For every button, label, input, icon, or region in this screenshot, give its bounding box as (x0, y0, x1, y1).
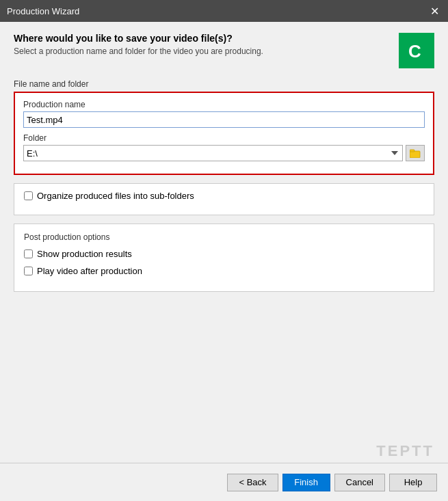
organize-section: Organize produced files into sub-folders (14, 183, 434, 215)
folder-group: Folder E:\ (23, 133, 425, 161)
help-button[interactable]: Help (389, 474, 437, 491)
back-button[interactable]: < Back (227, 474, 278, 491)
production-name-group: Production name (23, 100, 425, 128)
organize-checkbox[interactable] (24, 191, 33, 200)
close-button[interactable]: ✕ (427, 4, 441, 18)
show-results-checkbox[interactable] (24, 249, 33, 258)
browse-button[interactable] (406, 145, 425, 161)
post-production-title: Post production options (24, 232, 424, 242)
title-bar-text: Production Wizard (7, 6, 79, 16)
show-results-row: Show production results (24, 249, 424, 259)
title-bar: Production Wizard ✕ (0, 0, 448, 22)
file-section: Production name Folder E:\ (14, 92, 434, 175)
header-text: Where would you like to save your video … (14, 33, 263, 56)
folder-browse-icon (410, 148, 421, 158)
organize-checkbox-row: Organize produced files into sub-folders (24, 191, 424, 201)
folder-label: Folder (23, 133, 425, 143)
camtasia-logo: C (399, 33, 434, 68)
header-question: Where would you like to save your video … (14, 33, 263, 44)
header-section: Where would you like to save your video … (14, 33, 434, 68)
play-video-row: Play video after production (24, 266, 424, 276)
header-description: Select a production name and folder for … (14, 46, 263, 56)
svg-rect-2 (410, 151, 420, 158)
organize-label[interactable]: Organize produced files into sub-folders (37, 191, 194, 201)
content-area (14, 300, 434, 463)
finish-button[interactable]: Finish (282, 474, 330, 491)
main-content: Where would you like to save your video … (0, 22, 448, 463)
post-production-section: Post production options Show production … (14, 224, 434, 292)
folder-select[interactable]: E:\ (23, 145, 403, 161)
folder-row: E:\ (23, 145, 425, 161)
play-video-label[interactable]: Play video after production (37, 266, 142, 276)
svg-rect-3 (410, 150, 414, 152)
play-video-checkbox[interactable] (24, 267, 33, 275)
bottom-bar: < Back Finish Cancel Help (0, 463, 448, 501)
camtasia-icon: C (403, 37, 430, 64)
production-name-label: Production name (23, 100, 425, 109)
section-label-file: File name and folder (14, 79, 434, 89)
show-results-label[interactable]: Show production results (37, 249, 132, 259)
cancel-button[interactable]: Cancel (334, 474, 385, 491)
svg-text:C: C (408, 41, 421, 62)
production-name-input[interactable] (23, 111, 425, 128)
